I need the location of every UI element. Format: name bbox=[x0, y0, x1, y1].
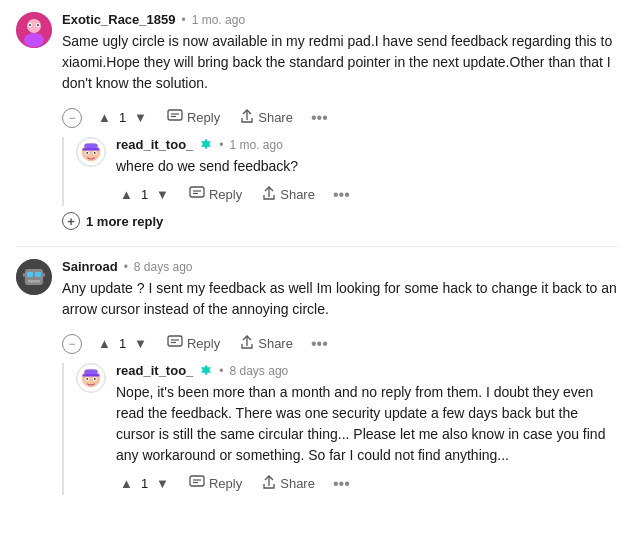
comment-1: Exotic_Race_1859 • 1 mo. ago Same ugly c… bbox=[16, 12, 619, 100]
reply-section-2: read_it_too_ • 8 days ago Nope, it's bee… bbox=[62, 363, 619, 495]
ellipsis-button-2[interactable]: ••• bbox=[309, 335, 330, 353]
reply-1-1-username: read_it_too_ bbox=[116, 137, 193, 152]
upvote-button-2[interactable]: ▲ bbox=[94, 334, 115, 353]
upvote-icon-2: ▲ bbox=[98, 336, 111, 351]
svg-rect-26 bbox=[35, 272, 41, 277]
comment-thread-2: Sainroad • 8 days ago Any update ? I sen… bbox=[16, 259, 619, 495]
reply-upvote-button[interactable]: ▲ bbox=[116, 185, 137, 204]
readit-avatar-svg bbox=[77, 138, 105, 166]
reply-vote-group-2: ▲ 1 ▼ bbox=[116, 474, 173, 493]
reply-button-1[interactable]: Reply bbox=[163, 107, 224, 128]
comment-2-actions: − ▲ 1 ▼ Reply bbox=[62, 332, 619, 355]
comment-1-actions: − ▲ 1 ▼ Reply bbox=[62, 106, 619, 129]
verified-icon bbox=[199, 138, 213, 152]
reply-icon bbox=[167, 109, 183, 126]
svg-rect-29 bbox=[43, 273, 45, 277]
reply-2-1-actions: ▲ 1 ▼ bbox=[116, 472, 619, 495]
reply-2-downvote-button[interactable]: ▼ bbox=[152, 474, 173, 493]
reply-share-button-1[interactable]: Share bbox=[258, 183, 319, 206]
reply-1-1: read_it_too_ • 1 mo. ago where do we sen… bbox=[76, 137, 619, 206]
comment-2-timestamp: 8 days ago bbox=[134, 260, 193, 274]
reply-1-1-actions: ▲ 1 ▼ bbox=[116, 183, 619, 206]
reply-ellipsis-button-1[interactable]: ••• bbox=[331, 186, 352, 204]
share-icon bbox=[240, 108, 254, 127]
dot-2: • bbox=[124, 260, 128, 274]
verified-icon-2 bbox=[199, 364, 213, 378]
reply-2-ellipsis-icon: ••• bbox=[333, 475, 350, 493]
svg-rect-14 bbox=[83, 148, 100, 150]
reply-reply-button-1[interactable]: Reply bbox=[185, 184, 246, 205]
reply-1-1-text: where do we send feedback? bbox=[116, 156, 619, 177]
sainroad-avatar-svg bbox=[16, 259, 52, 295]
reply-2-ellipsis-button[interactable]: ••• bbox=[331, 475, 352, 493]
reply-1-1-body: read_it_too_ • 1 mo. ago where do we sen… bbox=[116, 137, 619, 206]
sainroad-avatar bbox=[16, 259, 52, 295]
svg-rect-7 bbox=[168, 110, 182, 120]
svg-point-2 bbox=[24, 33, 44, 47]
collapse-button[interactable]: − bbox=[62, 108, 82, 128]
vote-group-2: ▲ 1 ▼ bbox=[94, 334, 151, 353]
svg-rect-24 bbox=[25, 269, 43, 285]
reply-vote-count-1: 1 bbox=[141, 187, 148, 202]
reply-downvote-icon: ▼ bbox=[156, 187, 169, 202]
comment-1-body: Exotic_Race_1859 • 1 mo. ago Same ugly c… bbox=[62, 12, 619, 100]
svg-rect-28 bbox=[23, 273, 25, 277]
reply-2-reply-icon bbox=[189, 475, 205, 492]
reply-2-share-icon bbox=[262, 474, 276, 493]
comment-2: Sainroad • 8 days ago Any update ? I sen… bbox=[16, 259, 619, 326]
reply-label-2: Reply bbox=[187, 336, 220, 351]
reply-button-2[interactable]: Reply bbox=[163, 333, 224, 354]
comment-2-body: Sainroad • 8 days ago Any update ? I sen… bbox=[62, 259, 619, 326]
comment-1-header: Exotic_Race_1859 • 1 mo. ago bbox=[62, 12, 619, 27]
reply-2-downvote-icon: ▼ bbox=[156, 476, 169, 491]
downvote-icon: ▼ bbox=[134, 110, 147, 125]
svg-point-6 bbox=[37, 24, 39, 26]
ellipsis-icon: ••• bbox=[311, 109, 328, 127]
avatar bbox=[16, 12, 52, 48]
reply-2-1-username: read_it_too_ bbox=[116, 363, 193, 378]
reply-2-1-text: Nope, it's been more than a month and no… bbox=[116, 382, 619, 466]
dot-reply-2: • bbox=[219, 364, 223, 378]
svg-point-5 bbox=[29, 24, 31, 26]
reply-reply-label-1: Reply bbox=[209, 187, 242, 202]
reply-2-share-button[interactable]: Share bbox=[258, 472, 319, 495]
comment-1-text: Same ugly circle is now available in my … bbox=[62, 31, 619, 94]
downvote-icon-2: ▼ bbox=[134, 336, 147, 351]
reply-2-1-header: read_it_too_ • 8 days ago bbox=[116, 363, 619, 378]
comments-container: Exotic_Race_1859 • 1 mo. ago Same ugly c… bbox=[16, 12, 619, 495]
svg-rect-37 bbox=[83, 374, 100, 376]
minus-icon-2: − bbox=[68, 337, 75, 351]
reply-2-1: read_it_too_ • 8 days ago Nope, it's bee… bbox=[76, 363, 619, 495]
reply-2-reply-button[interactable]: Reply bbox=[185, 473, 246, 494]
svg-point-41 bbox=[94, 378, 96, 380]
reply-2-share-label: Share bbox=[280, 476, 315, 491]
reply-2-upvote-button[interactable]: ▲ bbox=[116, 474, 137, 493]
reply-share-label-1: Share bbox=[280, 187, 315, 202]
minus-icon: − bbox=[68, 111, 75, 125]
reply-2-upvote-icon: ▲ bbox=[120, 476, 133, 491]
share-label-1: Share bbox=[258, 110, 293, 125]
share-button-2[interactable]: Share bbox=[236, 332, 297, 355]
svg-rect-30 bbox=[168, 336, 182, 346]
downvote-button[interactable]: ▼ bbox=[130, 108, 151, 127]
comment-1-username: Exotic_Race_1859 bbox=[62, 12, 175, 27]
svg-rect-25 bbox=[27, 272, 33, 277]
share-button-1[interactable]: Share bbox=[236, 106, 297, 129]
comment-2-username: Sainroad bbox=[62, 259, 118, 274]
more-replies-label: 1 more reply bbox=[86, 214, 163, 229]
svg-rect-27 bbox=[28, 280, 40, 283]
vote-count-1: 1 bbox=[119, 110, 126, 125]
reply-upvote-icon: ▲ bbox=[120, 187, 133, 202]
svg-point-17 bbox=[86, 152, 88, 154]
collapse-button-2[interactable]: − bbox=[62, 334, 82, 354]
reply-1-1-header: read_it_too_ • 1 mo. ago bbox=[116, 137, 619, 152]
svg-point-18 bbox=[94, 152, 96, 154]
divider-1 bbox=[16, 246, 619, 247]
ellipsis-button-1[interactable]: ••• bbox=[309, 109, 330, 127]
more-replies-1[interactable]: + 1 more reply bbox=[62, 212, 619, 230]
reply-label-1: Reply bbox=[187, 110, 220, 125]
reply-icon-2 bbox=[167, 335, 183, 352]
upvote-button[interactable]: ▲ bbox=[94, 108, 115, 127]
downvote-button-2[interactable]: ▼ bbox=[130, 334, 151, 353]
reply-downvote-button[interactable]: ▼ bbox=[152, 185, 173, 204]
